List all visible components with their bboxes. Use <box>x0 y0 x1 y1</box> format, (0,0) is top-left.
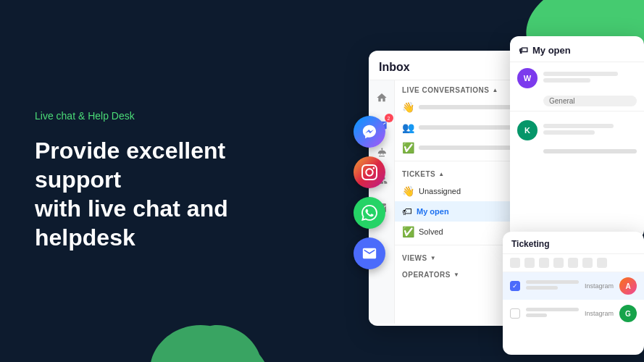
inbox-item-team[interactable]: 👥 <box>395 117 521 138</box>
unassigned-label: Unassigned <box>419 187 461 195</box>
tickets-label: TICKETS ▲ <box>395 164 521 181</box>
toolbar-btn-2[interactable] <box>524 258 535 268</box>
ticketing-header: Ticketing <box>503 232 644 254</box>
myopen-header: 🏷 My open <box>510 36 644 62</box>
inbox-item-wave[interactable]: 👋 <box>395 97 521 117</box>
instagram-icon[interactable] <box>354 156 385 188</box>
ticket-line-2a <box>526 308 579 311</box>
ticket-text-2 <box>526 308 579 319</box>
headline-line1: Provide excellent support <box>35 138 225 193</box>
toolbar-btn-3[interactable] <box>539 258 549 268</box>
toolbar-btn-7[interactable] <box>597 258 607 268</box>
myopen-panel-title: My open <box>532 45 571 56</box>
myopen-line-2a <box>543 124 614 128</box>
inbox-item-unassigned[interactable]: 👋 Unassigned <box>395 181 521 201</box>
myopen-icon: 🏷 <box>402 206 412 217</box>
headline: Provide excellent support with live chat… <box>35 136 310 252</box>
ticket-line-2b <box>526 313 547 317</box>
ticket-row-2[interactable]: Instagram G <box>503 300 644 327</box>
checkmark-1: ✓ <box>512 282 518 290</box>
myopen-line-2b <box>543 130 595 135</box>
chevron-icon3: ▼ <box>430 255 436 261</box>
whatsapp-icon[interactable] <box>354 197 385 229</box>
chevron-icon4: ▼ <box>453 272 459 278</box>
checkbox-2[interactable] <box>510 308 520 319</box>
myopen-item-2[interactable]: K <box>510 114 644 146</box>
solved-icon: ✅ <box>402 226 414 237</box>
ticket-avatar-img-1: A <box>619 277 637 295</box>
ticket-avatar-g: G <box>619 305 637 322</box>
inbox-nav-home[interactable] <box>373 89 390 106</box>
inbox-title: Inbox <box>369 51 521 80</box>
myopen-text-2 <box>543 124 637 137</box>
inbox-main-col: LIVE CONVERSATIONS ▲ 👋 👥 ✅ TICKETS <box>395 80 521 324</box>
general-badge: General <box>543 96 637 106</box>
check-icon: ✅ <box>402 142 414 153</box>
toolbar-btn-4[interactable] <box>553 258 564 268</box>
avatar-w: W <box>517 68 538 88</box>
toolbar-btn-1[interactable] <box>510 258 520 268</box>
myopen-item-1[interactable]: W <box>510 62 644 94</box>
ticket-label-2: Instagram <box>585 310 614 317</box>
inbox-item-check[interactable]: ✅ <box>395 138 521 158</box>
social-icons-group <box>354 116 385 269</box>
messenger-icon[interactable] <box>354 116 385 148</box>
solved-label: Solved <box>419 227 443 236</box>
inbox-badge: 2 <box>385 114 393 122</box>
unassigned-icon: 👋 <box>402 185 414 197</box>
live-conversations-label: LIVE CONVERSATIONS ▲ <box>395 80 521 97</box>
app-panels: Inbox 2 <box>369 36 644 348</box>
myopen-line-1b <box>543 78 590 83</box>
ticket-line-1b <box>526 286 558 290</box>
inbox-item-myopen[interactable]: 🏷 My open <box>395 201 521 222</box>
myopen-divider <box>510 111 644 111</box>
wave-icon: 👋 <box>402 101 414 113</box>
ticketing-panel: Ticketing ✓ Instagram A <box>503 232 644 355</box>
myopen-panel-icon: 🏷 <box>519 45 528 56</box>
toolbar-btn-6[interactable] <box>582 258 593 268</box>
ticket-line-1a <box>526 280 579 284</box>
ticket-row-1[interactable]: ✓ Instagram A <box>503 272 644 300</box>
avatar-k: K <box>517 120 538 140</box>
chevron-icon2: ▲ <box>438 171 444 177</box>
inbox-panel: Inbox 2 <box>369 51 521 326</box>
team-icon: 👥 <box>402 122 414 133</box>
inbox-body: 2 LIVE CONVERSATIONS ▲ 👋 <box>369 80 521 324</box>
headline-line2: with live chat and helpdesk <box>35 195 228 251</box>
ticket-text-1 <box>526 280 579 292</box>
ticketing-toolbar <box>503 254 644 272</box>
left-content: Live chat & Help Desk Provide excellent … <box>35 0 354 362</box>
myopen-text-1 <box>543 72 637 85</box>
ticket-avatar-1: A <box>619 277 637 295</box>
views-label: VIEWS ▼ <box>395 248 521 265</box>
email-icon[interactable] <box>354 237 385 269</box>
myopen-label: My open <box>417 207 449 216</box>
inbox-item-solved[interactable]: ✅ Solved <box>395 222 521 242</box>
toolbar-btn-5[interactable] <box>568 258 578 268</box>
divider-1 <box>395 161 521 161</box>
divider-2 <box>395 245 521 245</box>
operators-label: OPERATORS ▼ <box>395 265 521 282</box>
chevron-icon: ▲ <box>493 87 498 93</box>
myopen-line-extra <box>543 149 637 153</box>
myopen-panel: 🏷 My open W General K <box>510 36 644 239</box>
ticket-label-1: Instagram <box>585 282 614 290</box>
tagline: Live chat & Help Desk <box>35 110 354 122</box>
checkbox-1[interactable]: ✓ <box>510 281 520 291</box>
myopen-line-1a <box>543 72 618 76</box>
